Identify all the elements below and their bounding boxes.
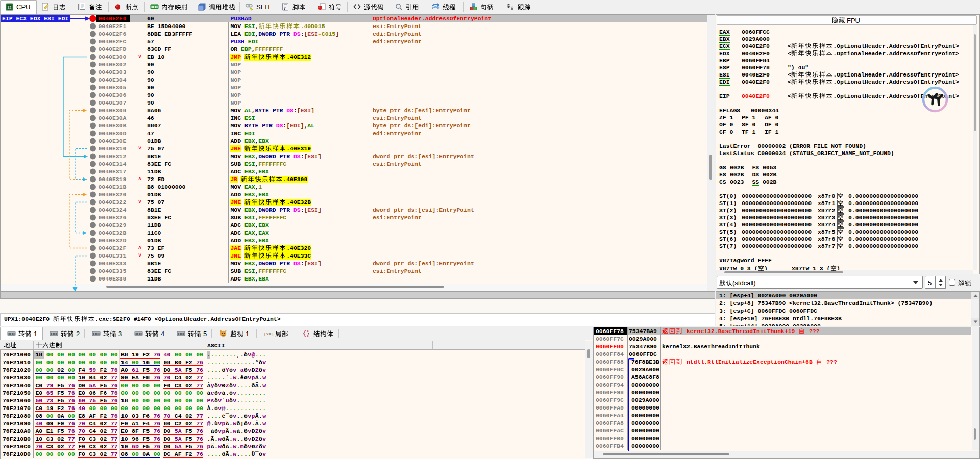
svg-text:[x=]: [x=]	[264, 332, 274, 336]
